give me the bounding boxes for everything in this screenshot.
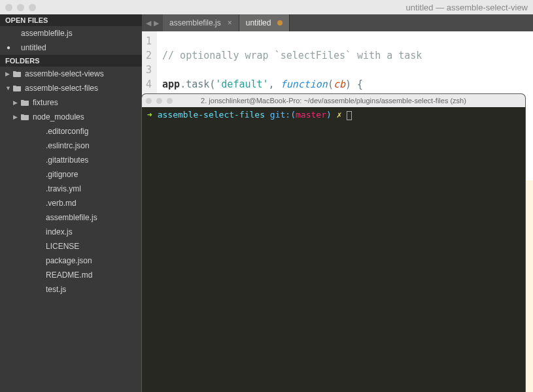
tree-file[interactable]: index.js: [0, 225, 142, 239]
terminal-panel: 2. jonschlinkert@MacBook-Pro: ~/dev/asse…: [142, 94, 525, 392]
terminal-zoom-button[interactable]: [167, 98, 173, 104]
folder-icon: [21, 99, 30, 106]
tree-item-label: fixtures: [30, 97, 58, 108]
line-number: 3: [146, 63, 152, 77]
close-tab-icon[interactable]: ×: [228, 18, 232, 27]
tab-prev-icon[interactable]: ◀: [146, 19, 151, 27]
tree-folder[interactable]: ▶fixtures: [0, 95, 142, 110]
tree-item-label: .gitignore: [43, 169, 78, 180]
dirty-dot-icon: ●: [5, 42, 12, 54]
tree-file[interactable]: README.md: [0, 268, 142, 282]
folders-header: FOLDERS: [0, 55, 142, 67]
prompt-dirty-icon: ✗: [337, 110, 342, 120]
folder-icon: [13, 71, 22, 77]
open-file-item[interactable]: assemblefile.js: [0, 26, 142, 41]
window-traffic-lights: [5, 4, 36, 11]
tab-label: assemblefile.js: [169, 18, 221, 27]
folder-icon: [13, 85, 22, 91]
tree-item-label: package.json: [43, 255, 92, 267]
folder-icon: [21, 114, 30, 120]
tree-folder[interactable]: ▶assemble-select-views: [0, 67, 142, 81]
line-number: 4: [146, 77, 152, 91]
code-token: ) {: [345, 78, 363, 90]
tree-item-label: .editorconfig: [43, 125, 88, 137]
code-token: function: [281, 78, 328, 90]
tree-item-label: index.js: [43, 226, 73, 238]
tree-item-label: assemble-select-views: [22, 68, 104, 80]
line-number: 1: [146, 34, 152, 48]
terminal-close-button[interactable]: [146, 98, 152, 104]
tree-folder[interactable]: ▶node_modules: [0, 110, 142, 124]
zoom-window-button[interactable]: [29, 4, 36, 11]
chevron-right-icon[interactable]: ▶: [13, 97, 21, 108]
tree-item-label: .eslintrc.json: [43, 140, 90, 152]
tree-file[interactable]: package.json: [0, 253, 142, 268]
code-token: app: [162, 78, 180, 90]
prompt-dir: assemble-select-files: [158, 110, 265, 120]
tree-item-label: .travis.yml: [43, 183, 81, 195]
window-title: untitled — assemble-select-view: [406, 3, 528, 12]
prompt-git-label: git:(: [270, 110, 296, 120]
tab-nav: ◀ ▶: [142, 14, 163, 31]
sidebar: OPEN FILES assemblefile.js●untitled FOLD…: [0, 14, 142, 392]
terminal-body[interactable]: ➜ assemble-select-files git:(master) ✗: [142, 107, 525, 123]
minimize-window-button[interactable]: [17, 4, 24, 11]
tree-item-label: assemblefile.js: [43, 212, 97, 223]
tab-label: untitled: [246, 18, 271, 27]
open-file-item[interactable]: ●untitled: [0, 41, 142, 55]
line-number: 2: [146, 48, 152, 63]
terminal-minimize-button[interactable]: [156, 98, 162, 104]
tree-file[interactable]: .travis.yml: [0, 182, 142, 196]
tab-bar: ◀ ▶ assemblefile.js×untitled: [142, 14, 533, 31]
chevron-right-icon[interactable]: ▶: [13, 111, 21, 123]
tree-item-label: README.md: [43, 269, 92, 281]
terminal-traffic-lights: [146, 98, 173, 104]
open-file-label: assemblefile.js: [12, 27, 73, 39]
open-files-header: OPEN FILES: [0, 14, 142, 26]
editor-area: ◀ ▶ assemblefile.js×untitled 1 2 3 4 // …: [142, 14, 533, 392]
tree-file[interactable]: test.js: [0, 282, 142, 297]
tree-file[interactable]: .eslintrc.json: [0, 139, 142, 153]
tree-file[interactable]: .verb.md: [0, 196, 142, 210]
code-token: // optionally wrap `selectFiles` with a …: [162, 50, 422, 61]
tree-item-label: node_modules: [30, 111, 84, 123]
code-token: .task(: [180, 78, 215, 90]
code-token: ,: [269, 78, 281, 90]
tree-file[interactable]: .editorconfig: [0, 124, 142, 139]
tree-file[interactable]: LICENSE: [0, 239, 142, 253]
terminal-cursor: [347, 111, 352, 120]
prompt-arrow-icon: ➜: [147, 110, 152, 120]
code-token: cb: [334, 78, 345, 90]
window-titlebar: untitled — assemble-select-view: [0, 0, 533, 14]
code-token: 'default': [215, 78, 268, 90]
dirty-dot-icon: [277, 20, 283, 25]
terminal-titlebar: 2. jonschlinkert@MacBook-Pro: ~/dev/asse…: [142, 94, 525, 107]
tree-item-label: .gitattributes: [43, 154, 88, 166]
prompt-git-close: ): [326, 110, 332, 120]
chevron-right-icon[interactable]: ▶: [5, 68, 13, 80]
tree-item-label: test.js: [43, 284, 66, 295]
close-window-button[interactable]: [5, 4, 12, 11]
tab-next-icon[interactable]: ▶: [154, 19, 159, 27]
open-file-label: untitled: [12, 42, 46, 54]
editor-tab[interactable]: assemblefile.js×: [163, 14, 239, 31]
tree-item-label: LICENSE: [43, 240, 79, 252]
tree-file[interactable]: assemblefile.js: [0, 210, 142, 225]
code-token: (: [328, 78, 334, 90]
tree-file[interactable]: .gitignore: [0, 167, 142, 182]
tree-file[interactable]: .gitattributes: [0, 153, 142, 167]
prompt-branch: master: [296, 110, 326, 120]
tree-folder[interactable]: ▼assemble-select-files: [0, 81, 142, 95]
editor-tab[interactable]: untitled: [239, 14, 290, 31]
tree-item-label: assemble-select-files: [22, 82, 98, 94]
chevron-down-icon[interactable]: ▼: [5, 82, 13, 94]
terminal-title: 2. jonschlinkert@MacBook-Pro: ~/dev/asse…: [142, 97, 525, 105]
tree-item-label: .verb.md: [43, 197, 77, 209]
